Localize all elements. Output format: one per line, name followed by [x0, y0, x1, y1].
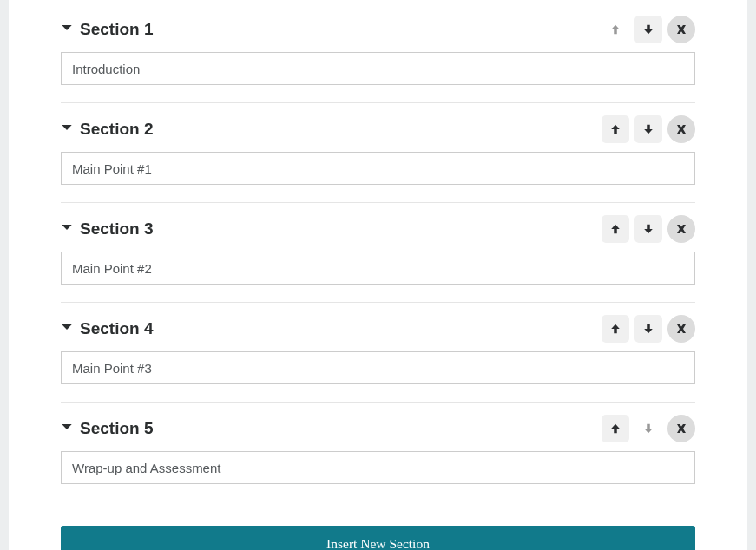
- move-up-button[interactable]: [602, 115, 629, 143]
- move-up-button[interactable]: [602, 215, 629, 243]
- move-down-button[interactable]: [634, 315, 662, 343]
- close-icon: [674, 23, 688, 36]
- remove-section-button[interactable]: [667, 16, 695, 43]
- arrow-down-icon: [642, 123, 654, 135]
- section-toggle[interactable]: Section 2: [61, 120, 153, 139]
- arrow-up-icon: [609, 23, 621, 36]
- arrow-down-icon: [642, 323, 654, 335]
- arrow-up-icon: [609, 123, 621, 135]
- section-name-input[interactable]: [61, 152, 695, 185]
- close-icon: [674, 422, 688, 435]
- section-title: Section 1: [80, 20, 153, 39]
- remove-section-button[interactable]: [667, 215, 695, 243]
- insert-new-section-button[interactable]: Insert New Section: [61, 526, 695, 550]
- move-down-button[interactable]: [634, 215, 662, 243]
- sections-editor: Section 1Section 2Section 3Section 4Sect…: [9, 0, 747, 550]
- move-down-button[interactable]: [634, 115, 662, 143]
- arrow-up-icon: [609, 223, 621, 235]
- section-block: Section 3: [61, 208, 695, 303]
- section-name-input[interactable]: [61, 52, 695, 85]
- close-icon: [674, 322, 688, 336]
- chevron-down-icon: [61, 221, 73, 233]
- section-title: Section 4: [80, 319, 153, 338]
- section-name-input[interactable]: [61, 451, 695, 484]
- arrow-down-icon: [642, 23, 654, 36]
- section-name-input[interactable]: [61, 252, 695, 285]
- arrow-up-icon: [609, 422, 621, 435]
- close-icon: [674, 222, 688, 236]
- move-up-button: [602, 16, 629, 43]
- section-name-input[interactable]: [61, 351, 695, 384]
- section-toggle[interactable]: Section 5: [61, 419, 153, 438]
- section-title: Section 3: [80, 219, 153, 239]
- chevron-down-icon: [61, 421, 73, 433]
- move-up-button[interactable]: [602, 315, 629, 343]
- remove-section-button[interactable]: [667, 315, 695, 343]
- section-title: Section 5: [80, 419, 153, 438]
- remove-section-button[interactable]: [667, 115, 695, 143]
- chevron-down-icon: [61, 321, 73, 333]
- move-down-button[interactable]: [634, 16, 662, 43]
- close-icon: [674, 122, 688, 136]
- chevron-down-icon: [61, 22, 73, 34]
- arrow-down-icon: [642, 422, 654, 435]
- section-title: Section 2: [80, 120, 153, 139]
- move-down-button: [634, 415, 662, 442]
- section-toggle[interactable]: Section 1: [61, 20, 153, 39]
- move-up-button[interactable]: [602, 415, 629, 442]
- arrow-up-icon: [609, 323, 621, 335]
- chevron-down-icon: [61, 121, 73, 134]
- remove-section-button[interactable]: [667, 415, 695, 442]
- section-toggle[interactable]: Section 3: [61, 219, 153, 239]
- section-block: Section 2: [61, 108, 695, 203]
- section-block: Section 4: [61, 308, 695, 403]
- section-block: Section 1: [61, 9, 695, 103]
- section-toggle[interactable]: Section 4: [61, 319, 153, 338]
- arrow-down-icon: [642, 223, 654, 235]
- section-block: Section 5: [61, 408, 695, 501]
